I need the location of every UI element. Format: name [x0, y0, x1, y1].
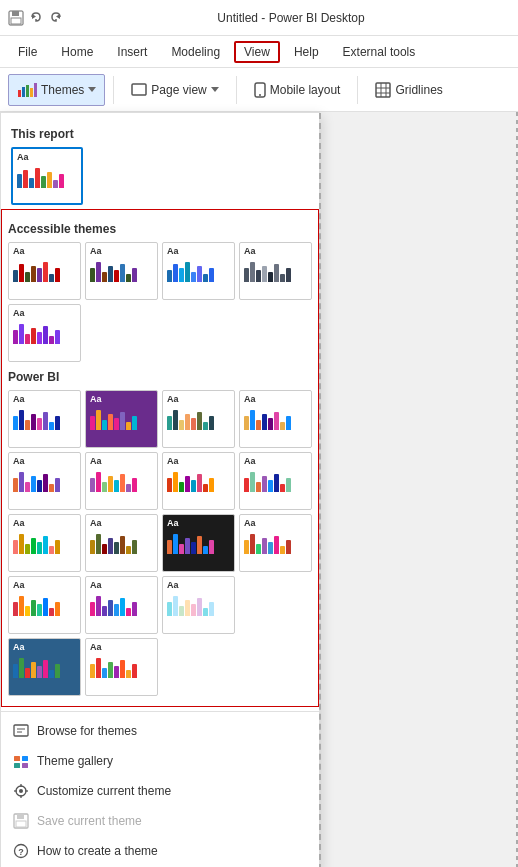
powerbi-theme-2[interactable]: Aa	[85, 390, 158, 448]
accessible-themes-grid: Aa Aa	[8, 242, 312, 362]
undo-icon[interactable]	[28, 10, 44, 26]
menu-external-tools[interactable]: External tools	[333, 41, 426, 63]
svg-rect-2	[11, 18, 21, 24]
powerbi-theme-6[interactable]: Aa	[85, 452, 158, 510]
powerbi-theme-5[interactable]: Aa	[8, 452, 81, 510]
browse-themes-item[interactable]: Browse for themes	[1, 716, 319, 746]
svg-rect-5	[18, 90, 21, 97]
current-theme-aa: Aa	[17, 153, 77, 162]
accessible-theme-3[interactable]: Aa	[162, 242, 235, 300]
powerbi-theme-13[interactable]: Aa	[8, 576, 81, 634]
svg-rect-18	[14, 725, 28, 736]
svg-marker-4	[56, 14, 60, 19]
customize-theme-item[interactable]: Customize current theme	[1, 776, 319, 806]
menu-help[interactable]: Help	[284, 41, 329, 63]
customize-icon	[13, 783, 29, 799]
svg-marker-3	[32, 14, 36, 19]
powerbi-theme-18[interactable]: Aa	[85, 638, 158, 696]
mobile-layout-label: Mobile layout	[270, 83, 341, 97]
powerbi-theme-17[interactable]: Aa	[8, 638, 81, 696]
powerbi-themes-title: Power BI	[8, 370, 312, 384]
browse-themes-label: Browse for themes	[37, 724, 137, 738]
help-circle-icon: ?	[13, 843, 29, 859]
save-icon[interactable]	[8, 10, 24, 26]
save-theme-icon	[13, 813, 29, 829]
accessible-themes-title: Accessible themes	[8, 222, 312, 236]
powerbi-theme-1[interactable]: Aa	[8, 390, 81, 448]
powerbi-themes-grid: Aa Aa	[8, 390, 312, 696]
powerbi-theme-12[interactable]: Aa	[239, 514, 312, 572]
menu-file[interactable]: File	[8, 41, 47, 63]
mobile-layout-icon	[254, 82, 266, 98]
current-theme-card[interactable]: Aa	[11, 147, 83, 205]
themes-icon	[17, 82, 37, 98]
menu-insert[interactable]: Insert	[107, 41, 157, 63]
svg-rect-23	[14, 763, 20, 768]
mobile-layout-button[interactable]: Mobile layout	[245, 74, 350, 106]
powerbi-theme-9[interactable]: Aa	[8, 514, 81, 572]
accessible-theme-5[interactable]: Aa	[8, 304, 81, 362]
svg-rect-21	[14, 756, 20, 761]
svg-rect-32	[17, 814, 24, 819]
redo-icon[interactable]	[48, 10, 64, 26]
menu-bar: File Home Insert Modeling View Help Exte…	[0, 36, 518, 68]
browse-icon	[13, 723, 29, 739]
how-to-create-label: How to create a theme	[37, 844, 158, 858]
current-theme-chart	[17, 164, 77, 188]
powerbi-theme-10[interactable]: Aa	[85, 514, 158, 572]
powerbi-theme-3[interactable]: Aa	[162, 390, 235, 448]
menu-view[interactable]: View	[234, 41, 280, 63]
menu-home[interactable]: Home	[51, 41, 103, 63]
window-title: Untitled - Power BI Desktop	[72, 11, 510, 25]
themes-dropdown: This report Aa Accessible themes	[0, 112, 320, 867]
svg-rect-33	[16, 821, 26, 827]
svg-rect-6	[22, 87, 25, 97]
svg-rect-9	[34, 83, 37, 97]
ribbon: Themes Page view Mobile layout Gridlines	[0, 68, 518, 112]
svg-point-26	[19, 789, 23, 793]
gridlines-label: Gridlines	[395, 83, 442, 97]
this-report-title: This report	[11, 127, 309, 141]
save-theme-item: Save current theme	[1, 806, 319, 836]
page-view-icon	[131, 82, 147, 98]
powerbi-theme-11[interactable]: Aa	[162, 514, 235, 572]
page-view-chevron	[211, 87, 219, 92]
page-view-label: Page view	[151, 83, 206, 97]
powerbi-theme-15[interactable]: Aa	[162, 576, 235, 634]
svg-rect-13	[376, 83, 390, 97]
powerbi-theme-8[interactable]: Aa	[239, 452, 312, 510]
themes-chevron	[88, 87, 96, 92]
themes-label: Themes	[41, 83, 84, 97]
customize-theme-label: Customize current theme	[37, 784, 171, 798]
save-theme-label: Save current theme	[37, 814, 142, 828]
powerbi-theme-14[interactable]: Aa	[85, 576, 158, 634]
menu-modeling[interactable]: Modeling	[161, 41, 230, 63]
svg-text:?: ?	[18, 847, 24, 857]
themes-catalog-section: Accessible themes Aa Aa	[1, 209, 319, 707]
svg-rect-24	[22, 763, 28, 768]
accessible-theme-4[interactable]: Aa	[239, 242, 312, 300]
accessible-theme-2[interactable]: Aa	[85, 242, 158, 300]
powerbi-theme-7[interactable]: Aa	[162, 452, 235, 510]
page-view-button[interactable]: Page view	[122, 74, 227, 106]
bottom-menu: Browse for themes Theme gallery Customiz…	[1, 711, 319, 867]
title-bar: Untitled - Power BI Desktop	[0, 0, 518, 36]
svg-rect-1	[12, 11, 19, 16]
gallery-icon	[13, 753, 29, 769]
svg-rect-10	[132, 84, 146, 95]
ribbon-sep-2	[236, 76, 237, 104]
title-bar-icons	[8, 10, 64, 26]
gridlines-button[interactable]: Gridlines	[366, 74, 451, 106]
theme-gallery-item[interactable]: Theme gallery	[1, 746, 319, 776]
svg-rect-7	[26, 85, 29, 97]
ribbon-sep-3	[357, 76, 358, 104]
svg-rect-22	[22, 756, 28, 761]
how-to-create-theme-item[interactable]: ? How to create a theme	[1, 836, 319, 866]
accessible-theme-1[interactable]: Aa	[8, 242, 81, 300]
this-report-section: This report Aa	[1, 113, 319, 209]
powerbi-theme-4[interactable]: Aa	[239, 390, 312, 448]
theme-gallery-label: Theme gallery	[37, 754, 113, 768]
svg-rect-8	[30, 88, 33, 97]
themes-button[interactable]: Themes	[8, 74, 105, 106]
ribbon-sep-1	[113, 76, 114, 104]
